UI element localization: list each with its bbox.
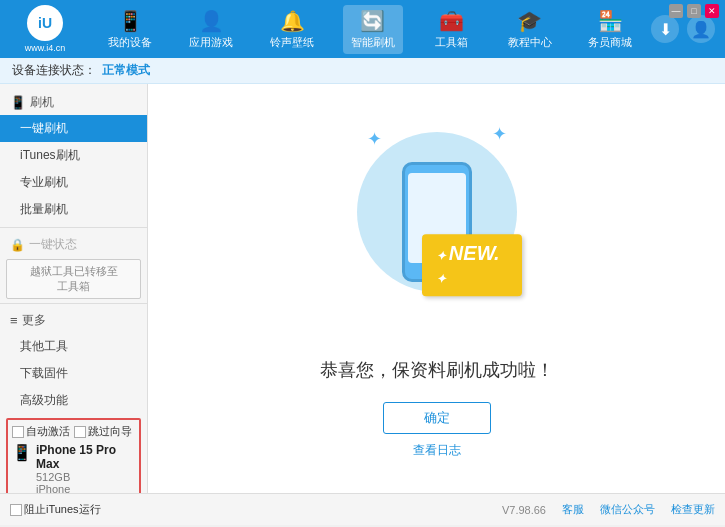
disabled-text: 越狱工具已转移至工具箱 [30,265,118,292]
logo-symbol: iU [38,15,52,31]
sidebar-item-advanced[interactable]: 高级功能 [0,387,147,414]
check-update-link[interactable]: 检查更新 [671,502,715,517]
flash-section-icon: 📱 [10,95,26,110]
tutorial-icon: 🎓 [517,9,542,33]
lock-icon: 🔒 [10,238,25,252]
confirm-button[interactable]: 确定 [383,402,491,434]
guide-checkbox[interactable]: 跳过向导 [74,424,132,439]
sidebar-divider-1 [0,227,147,228]
status-bar: 设备连接状态： 正常模式 [0,58,725,84]
sidebar-status-section: 🔒 一键状态 越狱工具已转移至工具箱 [0,232,147,299]
ringtones-icon: 🔔 [280,9,305,33]
sidebar-item-batch-flash[interactable]: 批量刷机 [0,196,147,223]
logo-subtitle: www.i4.cn [25,43,66,53]
nav-toolbox[interactable]: 🧰 工具箱 [424,5,479,54]
business-icon: 🏪 [598,9,623,33]
nav-apps-games-label: 应用游戏 [189,35,233,50]
log-link[interactable]: 查看日志 [413,442,461,459]
logo-icon: iU [27,5,63,41]
minimize-button[interactable]: — [669,4,683,18]
sidebar-item-itunes-flash[interactable]: iTunes刷机 [0,142,147,169]
nav-business[interactable]: 🏪 务员商城 [580,5,640,54]
maximize-button[interactable]: □ [687,4,701,18]
my-device-icon: 📱 [118,9,143,33]
auto-activate-checkbox[interactable]: 自动激活 [12,424,70,439]
sidebar-status-header: 🔒 一键状态 [0,232,147,257]
sidebar-disabled-notice: 越狱工具已转移至工具箱 [6,259,141,299]
auto-activate-label: 自动激活 [26,424,70,439]
guide-label: 跳过向导 [88,424,132,439]
itunes-block-label: 阻止iTunes运行 [24,502,101,517]
sidebar-flash-label: 刷机 [30,94,54,111]
sidebar-item-one-key-flash[interactable]: 一键刷机 [0,115,147,142]
sidebar-item-pro-flash[interactable]: 专业刷机 [0,169,147,196]
download-button[interactable]: ⬇ [651,15,679,43]
nav-smart-flash-label: 智能刷机 [351,35,395,50]
nav-smart-flash[interactable]: 🔄 智能刷机 [343,5,403,54]
nav-ringtones[interactable]: 🔔 铃声壁纸 [262,5,322,54]
sidebar-flash-section: 📱 刷机 一键刷机 iTunes刷机 专业刷机 批量刷机 [0,90,147,223]
status-prefix: 设备连接状态： [12,62,96,79]
customer-service-link[interactable]: 客服 [562,502,584,517]
sidebar: 📱 刷机 一键刷机 iTunes刷机 专业刷机 批量刷机 🔒 一键状态 越狱工具… [0,84,148,493]
nav-apps-games[interactable]: 👤 应用游戏 [181,5,241,54]
sidebar-item-download-firmware[interactable]: 下载固件 [0,360,147,387]
device-name: iPhone 15 Pro Max [36,443,135,471]
apps-games-icon: 👤 [199,9,224,33]
sidebar-more-label: 更多 [22,312,46,329]
phone-illustration: ✦ ✦ NEW. [337,118,537,338]
nav-tutorial-label: 教程中心 [508,35,552,50]
device-info: 📱 iPhone 15 Pro Max 512GB iPhone [12,443,135,493]
smart-flash-icon: 🔄 [360,9,385,33]
auto-activate-box[interactable] [12,426,24,438]
bottom-bar: 阻止iTunes运行 V7.98.66 客服 微信公众号 检查更新 [0,493,725,525]
status-mode: 正常模式 [102,62,150,79]
version-label: V7.98.66 [502,504,546,516]
sidebar-more-header: ≡ 更多 [0,308,147,333]
device-storage: 512GB [36,471,135,483]
sidebar-status-label: 一键状态 [29,236,77,253]
sparkle-right-icon: ✦ [492,123,507,145]
sparkle-left-icon: ✦ [367,128,382,150]
more-section-icon: ≡ [10,313,18,328]
sidebar-flash-header: 📱 刷机 [0,90,147,115]
nav-ringtones-label: 铃声壁纸 [270,35,314,50]
new-badge: NEW. [422,234,522,296]
main-layout: 📱 刷机 一键刷机 iTunes刷机 专业刷机 批量刷机 🔒 一键状态 越狱工具… [0,84,725,493]
toolbox-icon: 🧰 [439,9,464,33]
nav-toolbox-label: 工具箱 [435,35,468,50]
success-text: 恭喜您，保资料刷机成功啦！ [320,358,554,382]
user-button[interactable]: 👤 [687,15,715,43]
close-button[interactable]: ✕ [705,4,719,18]
guide-box[interactable] [74,426,86,438]
nav-tutorial[interactable]: 🎓 教程中心 [500,5,560,54]
content-area: ✦ ✦ NEW. 恭喜您，保资料刷机成功啦！ 确定 查看日志 [148,84,725,493]
bottom-left: 阻止iTunes运行 [10,502,101,517]
window-controls: — □ ✕ [669,4,719,18]
device-checkboxes: 自动激活 跳过向导 [12,424,135,439]
nav-my-device-label: 我的设备 [108,35,152,50]
itunes-checkbox-label[interactable]: 阻止iTunes运行 [10,502,101,517]
device-details: iPhone 15 Pro Max 512GB iPhone [36,443,135,493]
sidebar-more-section: ≡ 更多 其他工具 下载固件 高级功能 [0,308,147,414]
device-section: 自动激活 跳过向导 📱 iPhone 15 Pro Max 512GB iPho… [6,418,141,493]
header-right: ⬇ 👤 [651,15,715,43]
sidebar-item-other-tools[interactable]: 其他工具 [0,333,147,360]
itunes-block-checkbox[interactable] [10,504,22,516]
wechat-link[interactable]: 微信公众号 [600,502,655,517]
bottom-right: V7.98.66 客服 微信公众号 检查更新 [502,502,715,517]
logo: iU www.i4.cn [10,5,80,53]
nav-my-device[interactable]: 📱 我的设备 [100,5,160,54]
nav-business-label: 务员商城 [588,35,632,50]
device-phone-icon: 📱 [12,443,32,462]
device-type: iPhone [36,483,135,493]
header: iU www.i4.cn 📱 我的设备 👤 应用游戏 🔔 铃声壁纸 🔄 智能刷机 [0,0,725,58]
sidebar-divider-2 [0,303,147,304]
nav-bar: 📱 我的设备 👤 应用游戏 🔔 铃声壁纸 🔄 智能刷机 🧰 工具箱 🎓 [90,5,651,54]
